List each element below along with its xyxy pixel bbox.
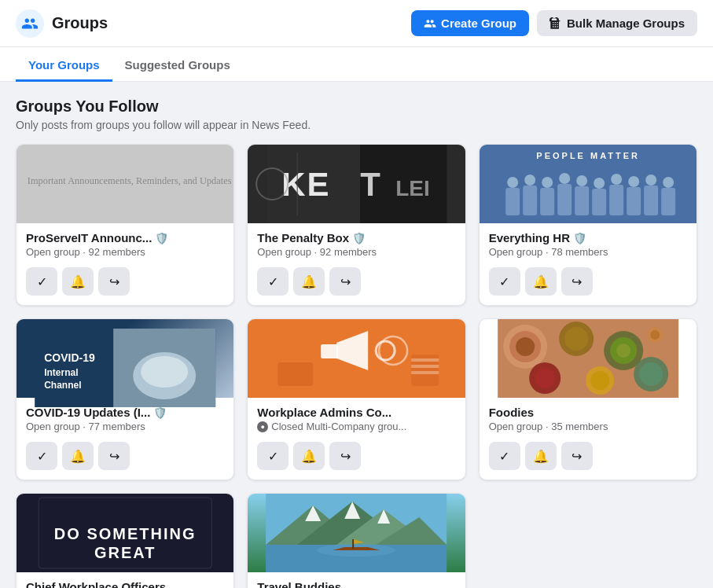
group-name-foodies: Foodies (489, 406, 687, 419)
svg-text:Channel: Channel (44, 380, 81, 391)
svg-point-32 (559, 173, 570, 184)
following-button[interactable]: ✓ (257, 267, 289, 296)
group-card-workplace-admins: Workplace Admins Co... ● Closed Multi-Co… (247, 318, 465, 480)
svg-rect-56 (411, 371, 439, 374)
header-left: Groups (16, 9, 108, 38)
tab-suggested-groups[interactable]: Suggested Groups (112, 47, 243, 82)
group-actions-proserve: ✓ 🔔 ↪ (17, 261, 233, 305)
share-button[interactable]: ↪ (561, 442, 593, 470)
section-title: Groups You Follow (16, 97, 697, 116)
svg-point-38 (663, 177, 674, 188)
svg-rect-55 (411, 365, 439, 368)
share-button[interactable]: ↪ (561, 267, 593, 296)
svg-point-35 (611, 174, 622, 185)
group-info-penalty-box: The Penalty Box 🛡️ Open group · 92 membe… (248, 223, 465, 261)
group-card-foodies: Foodies Open group · 35 members ✓ 🔔 ↪ (479, 318, 697, 480)
notifications-button[interactable]: 🔔 (62, 442, 94, 470)
svg-point-37 (645, 175, 656, 186)
svg-point-30 (524, 175, 535, 186)
section-subtitle: Only posts from groups you follow will a… (16, 119, 697, 131)
group-info-chief-workplace: Chief Workplace Officers ● Closed Multi-… (17, 572, 233, 588)
following-button[interactable]: ✓ (489, 442, 520, 470)
group-name-travel-buddies: Travel Buddies (257, 580, 455, 588)
svg-text:KE: KE (281, 166, 330, 203)
group-cover-chief-workplace: DO SOMETHING GREAT (17, 494, 233, 572)
share-button[interactable]: ↪ (98, 442, 130, 470)
group-name-covid: COVID-19 Updates (I... 🛡️ (26, 406, 224, 419)
svg-point-5 (178, 170, 190, 182)
tabs-bar: Your Groups Suggested Groups (0, 47, 713, 82)
notifications-button[interactable]: 🔔 (525, 267, 557, 296)
svg-point-4 (151, 155, 170, 174)
group-actions-covid: ✓ 🔔 ↪ (17, 435, 233, 480)
group-card-travel-buddies: Travel Buddies Open group · 37 members (247, 493, 465, 588)
group-cover-covid: COVID-19 Internal Channel (17, 319, 233, 398)
svg-text:GREAT: GREAT (94, 544, 156, 561)
groups-grid: Important Announcements, Reminders, and … (16, 144, 697, 588)
verified-icon: 🛡️ (155, 232, 168, 244)
svg-point-62 (564, 327, 588, 351)
svg-rect-19 (505, 188, 520, 215)
svg-text:PEOPLE MATTER: PEOPLE MATTER (536, 151, 640, 160)
svg-rect-54 (411, 358, 439, 362)
group-info-everything-hr: Everything HR 🛡️ Open group · 78 members (480, 223, 696, 261)
svg-text:Important Announcements, Remin: Important Announcements, Reminders, and … (42, 200, 189, 208)
group-actions-penalty-box: ✓ 🔔 ↪ (248, 261, 465, 305)
group-info-proserve: ProServeIT Announc... 🛡️ Open group · 92… (17, 223, 233, 261)
svg-point-69 (590, 371, 609, 390)
group-card-chief-workplace: DO SOMETHING GREAT Chief Workplace Offic… (16, 493, 234, 588)
group-meta-foodies: Open group · 35 members (489, 421, 687, 432)
following-button[interactable]: ✓ (26, 442, 57, 470)
svg-rect-20 (523, 186, 537, 215)
group-info-foodies: Foodies Open group · 35 members (480, 398, 696, 435)
group-cover-travel-buddies (248, 494, 465, 572)
share-button[interactable]: ↪ (329, 267, 361, 296)
svg-text:LEI: LEI (395, 176, 430, 200)
svg-rect-28 (661, 188, 675, 215)
svg-text:DO SOMETHING: DO SOMETHING (54, 525, 197, 542)
group-info-workplace-admins: Workplace Admins Co... ● Closed Multi-Co… (248, 398, 465, 435)
following-button[interactable]: ✓ (489, 267, 520, 296)
svg-point-43 (141, 356, 188, 388)
group-info-travel-buddies: Travel Buddies Open group · 37 members (248, 572, 465, 588)
groups-app-icon (16, 9, 44, 38)
notifications-button[interactable]: 🔔 (62, 267, 94, 296)
group-name-everything-hr: Everything HR 🛡️ (489, 231, 687, 244)
group-actions-workplace-admins: ✓ 🔔 ↪ (248, 435, 465, 480)
svg-text:Internal: Internal (44, 367, 78, 378)
group-meta-proserve: Open group · 92 members (26, 246, 224, 258)
group-meta-workplace-admins: ● Closed Multi-Company grou... (257, 421, 455, 432)
notifications-button[interactable]: 🔔 (525, 442, 557, 470)
tab-your-groups[interactable]: Your Groups (16, 47, 112, 82)
group-meta-penalty-box: Open group · 92 members (257, 246, 455, 258)
svg-point-73 (650, 330, 660, 340)
svg-rect-24 (592, 189, 606, 215)
share-button[interactable]: ↪ (329, 442, 361, 470)
notifications-button[interactable]: 🔔 (293, 442, 325, 470)
main-content: Groups You Follow Only posts from groups… (0, 82, 713, 588)
group-actions-foodies: ✓ 🔔 ↪ (480, 435, 696, 480)
following-button[interactable]: ✓ (26, 267, 57, 296)
create-group-button[interactable]: Create Group (411, 10, 529, 36)
group-card-proserve: Important Announcements, Reminders, and … (16, 144, 234, 306)
share-button[interactable]: ↪ (98, 267, 130, 296)
svg-text:T: T (360, 166, 382, 203)
svg-rect-52 (277, 362, 313, 386)
group-cover-penalty-box: KE T LEI (248, 145, 465, 223)
closed-group-icon: ● (257, 421, 268, 432)
svg-point-60 (516, 337, 535, 356)
group-cover-foodies (480, 319, 696, 398)
svg-rect-21 (540, 188, 554, 215)
svg-point-34 (594, 178, 605, 189)
svg-point-71 (639, 362, 663, 386)
svg-rect-0 (35, 145, 215, 223)
bulk-manage-button[interactable]: Bulk Manage Groups (537, 10, 697, 36)
notifications-button[interactable]: 🔔 (293, 267, 325, 296)
create-group-label: Create Group (441, 17, 516, 30)
svg-rect-26 (627, 187, 641, 215)
bulk-manage-label: Bulk Manage Groups (567, 17, 685, 30)
group-name-workplace-admins: Workplace Admins Co... (257, 406, 455, 419)
group-cover-proserve: Important Announcements, Reminders, and … (17, 145, 233, 223)
following-button[interactable]: ✓ (257, 442, 289, 470)
svg-point-31 (542, 177, 553, 188)
